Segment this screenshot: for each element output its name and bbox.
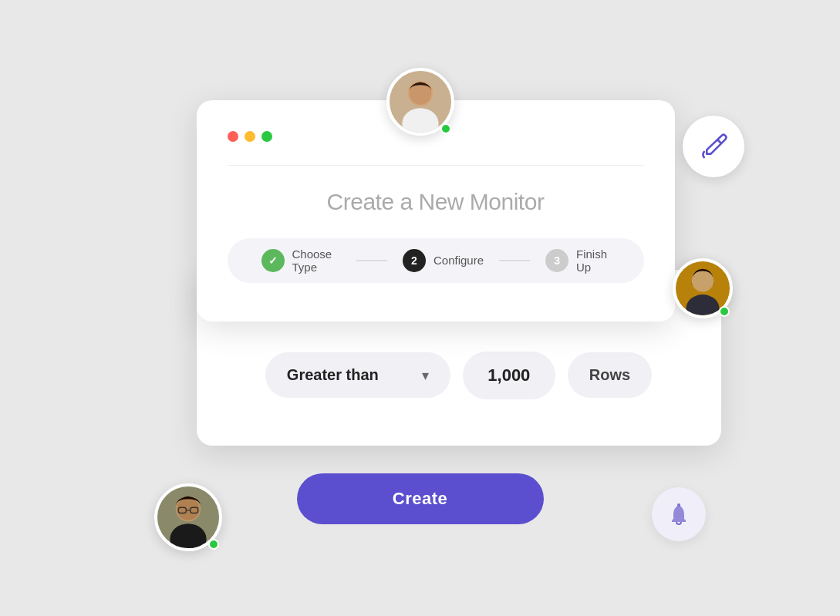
divider [228, 165, 644, 166]
avatar-right-online [719, 306, 730, 317]
step-finish-up[interactable]: 3 Finish Up [530, 247, 625, 274]
step1-label: Choose Type [292, 247, 341, 274]
unit-label: Rows [568, 352, 652, 398]
edit-icon-circle [683, 116, 744, 177]
condition-dropdown[interactable]: Greater than ▾ [265, 352, 450, 398]
step-divider-1 [356, 260, 387, 261]
avatar-top-image [390, 71, 451, 133]
bell-icon-circle[interactable] [652, 487, 706, 541]
step3-circle: 3 [545, 249, 568, 272]
step-divider-2 [499, 260, 530, 261]
value-input[interactable]: 1,000 [463, 352, 555, 399]
condition-label: Greater than [287, 366, 379, 384]
svg-point-10 [177, 497, 199, 520]
step3-label: Finish Up [576, 247, 609, 274]
minimize-dot[interactable] [245, 131, 255, 142]
step-choose-type[interactable]: ✓ Choose Type [246, 247, 356, 274]
avatar-bottom-left-wrapper [154, 483, 222, 551]
step2-label: Configure [433, 254, 484, 267]
avatar-bottom-left-image [157, 486, 219, 548]
step1-circle: ✓ [261, 249, 285, 272]
main-scene: Create a New Monitor ✓ Choose Type 2 Con… [120, 54, 721, 563]
bell-icon [666, 502, 691, 527]
avatar-right-wrapper [673, 258, 733, 318]
maximize-dot[interactable] [261, 131, 272, 142]
svg-point-14 [677, 503, 680, 507]
avatar-bottom-left-online [208, 539, 219, 550]
edit-icon [697, 130, 730, 163]
condition-row: Greater than ▾ 1,000 Rows [235, 352, 683, 399]
create-button[interactable]: Create [297, 473, 544, 524]
steps-bar: ✓ Choose Type 2 Configure 3 Finish Up [228, 238, 644, 283]
avatar-top-online [440, 123, 451, 134]
step2-circle: 2 [403, 249, 426, 272]
avatar-top-wrapper [386, 68, 454, 136]
chevron-down-icon: ▾ [422, 367, 429, 384]
close-dot[interactable] [228, 131, 238, 142]
step-configure[interactable]: 2 Configure [387, 249, 499, 272]
page-title: Create a New Monitor [228, 189, 644, 215]
